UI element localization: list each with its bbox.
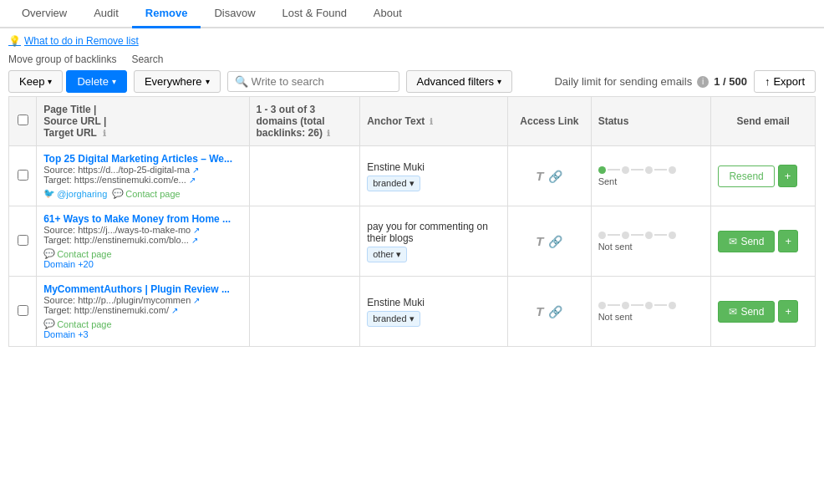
status-dot3-2 bbox=[645, 232, 653, 239]
page-title-2: 61+ Ways to Make Money from Home ... bbox=[43, 213, 242, 225]
domains-cell-2 bbox=[249, 206, 360, 277]
contact-link-3[interactable]: 💬 Contact page bbox=[43, 318, 111, 329]
delete-button[interactable]: Delete ▾ bbox=[66, 70, 127, 93]
nav-tabs: OverviewAuditRemoveDisavowLost & FoundAb… bbox=[0, 0, 824, 28]
plus-button-1[interactable]: + bbox=[778, 165, 798, 187]
send-cell-1: Resend+ bbox=[711, 146, 816, 206]
status-line2-1 bbox=[631, 169, 643, 171]
anchor-badge-2[interactable]: other ▾ bbox=[367, 247, 407, 262]
status-label-3: Not sent bbox=[598, 312, 704, 322]
col-header-anchor: Anchor Text ℹ bbox=[360, 97, 508, 146]
status-line2-2 bbox=[631, 234, 643, 236]
resend-button-1[interactable]: Resend bbox=[718, 165, 774, 187]
keep-chevron-icon: ▾ bbox=[48, 77, 52, 86]
chain-icon-3[interactable]: 🔗 bbox=[548, 305, 562, 318]
everywhere-chevron-icon: ▾ bbox=[206, 77, 210, 86]
nav-tab-audit[interactable]: Audit bbox=[80, 0, 132, 27]
anchor-name-2: pay you for commenting on their blogs bbox=[367, 221, 501, 244]
envelope-icon-2: ✉ bbox=[729, 236, 737, 247]
status-dot4-2 bbox=[669, 232, 676, 239]
target-ext-icon[interactable]: ↗ bbox=[189, 176, 196, 185]
search-icon: 🔍 bbox=[235, 75, 248, 88]
search-input[interactable] bbox=[252, 75, 392, 88]
export-button[interactable]: ↑ Export bbox=[754, 70, 816, 93]
plus-button-3[interactable]: + bbox=[778, 300, 798, 323]
text-access-icon-1[interactable]: T bbox=[536, 169, 543, 183]
plus-icon-3: + bbox=[785, 305, 791, 318]
nav-tab-remove[interactable]: Remove bbox=[132, 0, 201, 28]
anchor-badge-1[interactable]: branded ▾ bbox=[367, 176, 420, 191]
text-access-icon-2[interactable]: T bbox=[536, 234, 543, 248]
advanced-filters-chevron-icon: ▾ bbox=[497, 77, 501, 86]
info-icon[interactable]: i bbox=[697, 76, 709, 88]
anchor-badge-3[interactable]: branded ▾ bbox=[367, 311, 420, 327]
chat-icon: 💬 bbox=[112, 188, 124, 199]
col-page-info-icon[interactable]: ℹ bbox=[103, 129, 106, 138]
row-checkbox-1[interactable] bbox=[18, 170, 28, 181]
status-line1-2 bbox=[608, 234, 620, 236]
chain-icon-2[interactable]: 🔗 bbox=[548, 235, 562, 248]
access-cell-3: T🔗 bbox=[508, 277, 592, 347]
col-anchor-info-icon[interactable]: ℹ bbox=[430, 117, 433, 126]
status-line2-3 bbox=[631, 304, 643, 306]
source-ext-icon[interactable]: ↗ bbox=[193, 296, 200, 305]
domain-plus-2[interactable]: Domain +20 bbox=[43, 259, 242, 269]
select-all-checkbox[interactable] bbox=[18, 115, 28, 125]
status-label-1: Sent bbox=[598, 176, 704, 186]
chat-icon: 💬 bbox=[43, 318, 55, 329]
page-title-1: Top 25 Digital Marketing Articles – We..… bbox=[43, 153, 242, 165]
everywhere-dropdown[interactable]: Everywhere ▾ bbox=[134, 70, 221, 93]
row-checkbox-3[interactable] bbox=[18, 305, 28, 316]
advanced-filters-button[interactable]: Advanced filters ▾ bbox=[406, 70, 513, 93]
table-row: 61+ Ways to Make Money from Home ...Sour… bbox=[9, 206, 816, 277]
domains-cell-3 bbox=[249, 277, 360, 347]
status-dot2-3 bbox=[622, 302, 629, 309]
status-label-2: Not sent bbox=[598, 242, 704, 252]
what-to-do-link[interactable]: 💡 What to do in Remove list bbox=[8, 35, 816, 47]
nav-tab-disavow[interactable]: Disavow bbox=[201, 0, 268, 27]
keep-button[interactable]: Keep ▾ bbox=[8, 70, 63, 93]
col-header-access: Access Link bbox=[508, 97, 592, 146]
domain-plus-3[interactable]: Domain +3 bbox=[43, 329, 242, 339]
send-button-3[interactable]: ✉ Send bbox=[718, 301, 775, 323]
col-header-page: Page Title |Source URL |Target URL ℹ bbox=[37, 97, 249, 146]
anchor-cell-2: pay you for commenting on their blogs ot… bbox=[360, 206, 508, 277]
plus-button-2[interactable]: + bbox=[778, 230, 798, 252]
status-dot3-1 bbox=[645, 166, 653, 174]
row-checkbox-2[interactable] bbox=[18, 235, 28, 246]
nav-tab-about[interactable]: About bbox=[360, 0, 415, 27]
col-header-domains: 1 - 3 out of 3 domains (total backlinks:… bbox=[249, 97, 360, 146]
chat-icon: 💬 bbox=[43, 248, 55, 259]
status-line3-3 bbox=[654, 304, 667, 306]
search-label: Search bbox=[131, 53, 163, 65]
anchor-cell-1: Enstine Muki branded ▾ bbox=[360, 146, 508, 206]
anchor-chevron-icon: ▾ bbox=[409, 313, 415, 324]
page-title-3: MyCommentAuthors | Plugin Review ... bbox=[43, 283, 242, 295]
source-ext-icon[interactable]: ↗ bbox=[193, 226, 200, 235]
delete-chevron-icon: ▾ bbox=[112, 77, 116, 86]
target-ext-icon[interactable]: ↗ bbox=[171, 306, 178, 315]
chain-icon-1[interactable]: 🔗 bbox=[548, 170, 562, 183]
source-url-1: Source: https://d.../top-25-digital-ma ↗ bbox=[43, 165, 242, 175]
text-access-icon-3[interactable]: T bbox=[536, 304, 543, 318]
nav-tab-lost---found[interactable]: Lost & Found bbox=[269, 0, 360, 27]
bulb-icon: 💡 bbox=[8, 35, 21, 47]
daily-count: 1 / 500 bbox=[714, 75, 747, 88]
nav-tab-overview[interactable]: Overview bbox=[8, 0, 80, 27]
status-line1-1 bbox=[608, 169, 620, 171]
target-ext-icon[interactable]: ↗ bbox=[191, 236, 198, 245]
table-row: MyCommentAuthors | Plugin Review ...Sour… bbox=[9, 277, 816, 347]
status-dot1-1 bbox=[598, 166, 606, 174]
contact-link-2[interactable]: 💬 Contact page bbox=[43, 248, 111, 259]
col-domains-info-icon[interactable]: ℹ bbox=[327, 129, 330, 138]
anchor-name-1: Enstine Muki bbox=[367, 161, 501, 173]
contact-link-1[interactable]: 💬 Contact page bbox=[112, 188, 180, 199]
status-progress-1 bbox=[598, 166, 704, 174]
status-dot2-1 bbox=[622, 166, 629, 174]
source-url-2: Source: https://j.../ways-to-make-mo ↗ bbox=[43, 225, 242, 235]
status-dot2-2 bbox=[622, 232, 629, 239]
source-ext-icon[interactable]: ↗ bbox=[192, 165, 199, 175]
send-button-2[interactable]: ✉ Send bbox=[718, 231, 775, 252]
twitter-link-1[interactable]: 🐦 @jorgharing bbox=[43, 188, 107, 199]
access-cell-2: T🔗 bbox=[508, 206, 592, 277]
